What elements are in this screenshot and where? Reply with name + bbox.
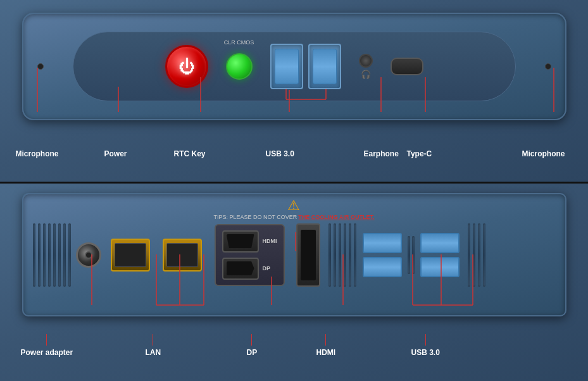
label-line (46, 334, 47, 346)
power-label: Power (104, 149, 127, 158)
vent-right-sep (408, 236, 415, 274)
usb30-group (270, 44, 341, 89)
microphone-right-label: Microphone (522, 149, 565, 158)
lan-combined-label: LAN (146, 334, 161, 357)
vent-middle (328, 223, 356, 287)
back-usb-port-2[interactable] (363, 257, 402, 277)
label-line (153, 334, 153, 346)
warning-area: ⚠ TIPS: PLEASE DO NOT COVER THE COOLING … (213, 194, 374, 220)
bottom-labels-row: Power adapter LAN DP HDMI USB 3.0 (22, 316, 566, 361)
label-line (251, 334, 252, 346)
vent-line (58, 223, 61, 287)
hdmi-small-inner (227, 234, 254, 248)
vent-line (48, 223, 51, 287)
vent-line (334, 223, 336, 287)
top-device: ⏻ CLR CMOS (22, 13, 566, 120)
lan-port-1-inner (115, 243, 146, 267)
hdmi-big-inner (301, 230, 316, 280)
hdmi-small-port[interactable] (222, 230, 259, 253)
microphone-left-label: Microphone (16, 149, 59, 158)
microphone-left-port (37, 63, 44, 70)
earphone-jack[interactable] (359, 54, 373, 68)
vent-line (478, 223, 480, 287)
vent-line (412, 236, 415, 274)
dp-inner (227, 261, 254, 275)
warning-icon: ⚠ (287, 197, 300, 214)
vent-line (468, 223, 470, 287)
front-panel-inner: ⏻ CLR CMOS (73, 32, 516, 101)
vent-line (473, 223, 475, 287)
vent-line (349, 223, 351, 287)
usb30-port-2[interactable] (308, 44, 341, 89)
label-line (425, 334, 426, 346)
power-icon: ⏻ (178, 57, 195, 77)
usb-bracket-svg (270, 88, 341, 101)
vent-left-1 (33, 223, 71, 287)
lan-port-2[interactable] (163, 239, 202, 272)
vent-line (53, 223, 56, 287)
vent-line (38, 223, 41, 287)
usb30-back-label: USB 3.0 (411, 334, 440, 357)
dp-label: DP (247, 334, 258, 357)
vent-right (468, 223, 485, 287)
top-labels-row: Microphone Power RTC Key USB 3.0 Earphon… (22, 125, 566, 163)
hdmi-dp-box: HDMI DP (215, 224, 285, 286)
microphone-right-port (545, 63, 551, 70)
vent-line (354, 223, 356, 287)
vent-line (408, 236, 410, 274)
earphone-symbol: 🎧 (361, 70, 371, 79)
bottom-device: ⚠ TIPS: PLEASE DO NOT COVER THE COOLING … (22, 193, 566, 316)
back-usb-group-2 (420, 233, 460, 277)
vent-line (63, 223, 66, 287)
bottom-panel: ⚠ TIPS: PLEASE DO NOT COVER THE COOLING … (0, 184, 588, 381)
dp-label-inline: DP (263, 265, 271, 272)
dc-port[interactable] (76, 242, 101, 268)
warning-prefix: TIPS: PLEASE DO NOT COVER (213, 214, 297, 220)
vent-line (328, 223, 331, 287)
dp-port[interactable] (222, 258, 259, 280)
dc-port-inner (85, 251, 92, 259)
main-container: ⏻ CLR CMOS (0, 0, 588, 381)
hdmi-small-label: HDMI (263, 238, 277, 244)
typec-port[interactable] (391, 58, 423, 75)
vent-line (33, 223, 35, 287)
usb30-port-2-inner (313, 49, 337, 84)
vent-line (43, 223, 46, 287)
lan-port-1[interactable] (111, 239, 150, 272)
lan-port-2-inner (166, 243, 198, 267)
hdmi-big-port[interactable] (296, 223, 320, 287)
vent-line (68, 223, 71, 287)
rtc-key-label: RTC Key (174, 149, 206, 158)
vent-line (339, 223, 341, 287)
hdmi-label: HDMI (316, 334, 336, 357)
warning-text: THE COOLING AIR OUTLET. (298, 214, 374, 220)
back-usb-port-3[interactable] (420, 233, 460, 253)
back-usb-group-1 (363, 233, 402, 277)
vent-line (344, 223, 346, 287)
typec-label: Type-C (407, 149, 432, 158)
usb30-label: USB 3.0 (266, 149, 294, 158)
power-adapter-label: Power adapter (21, 334, 73, 357)
power-button[interactable]: ⏻ (165, 45, 208, 88)
label-line (325, 334, 326, 346)
top-panel: ⏻ CLR CMOS (0, 0, 588, 184)
usb30-port-1[interactable] (270, 44, 303, 89)
vent-line (483, 223, 485, 287)
earphone-label: Earphone (364, 149, 399, 158)
back-usb-port-4[interactable] (420, 257, 460, 277)
clr-cmos-label-top: CLR CMOS (224, 39, 254, 46)
usb30-port-1-inner (275, 49, 299, 84)
back-usb-port-1[interactable] (363, 233, 402, 253)
clr-cmos-button[interactable] (226, 53, 253, 80)
